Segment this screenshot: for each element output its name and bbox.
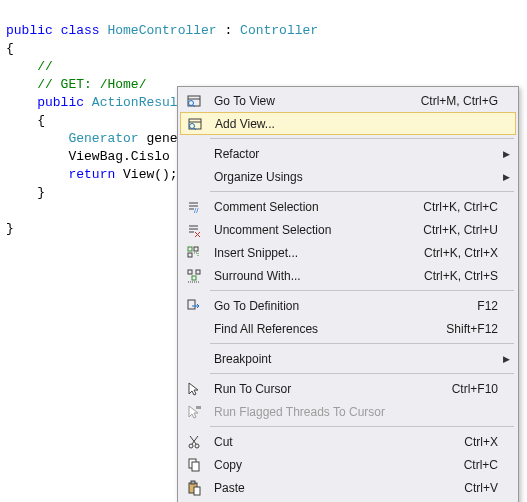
menu-item-add-view[interactable]: Add View... bbox=[180, 112, 516, 135]
menu-item-surround-with[interactable]: Surround With...Ctrl+K, Ctrl+S bbox=[180, 264, 516, 287]
blank-icon bbox=[180, 317, 208, 340]
keyword: return bbox=[68, 167, 115, 182]
menu-item-shortcut: Ctrl+F10 bbox=[452, 382, 516, 396]
brace: { bbox=[37, 113, 45, 128]
type: ActionResult bbox=[92, 95, 186, 110]
menu-item-insert-snippet[interactable]: Insert Snippet...Ctrl+K, Ctrl+X bbox=[180, 241, 516, 264]
comment: // bbox=[37, 59, 53, 74]
menu-item-shortcut: Ctrl+V bbox=[464, 481, 516, 495]
svg-rect-21 bbox=[196, 270, 200, 274]
menu-item-shortcut: Ctrl+K, Ctrl+U bbox=[423, 223, 516, 237]
brace: } bbox=[37, 185, 45, 200]
svg-rect-34 bbox=[194, 487, 200, 495]
svg-rect-33 bbox=[191, 481, 195, 484]
menu-item-label: Organize Usings bbox=[208, 170, 500, 184]
menu-item-label: Go To Definition bbox=[208, 299, 477, 313]
view-icon bbox=[180, 89, 208, 112]
menu-separator bbox=[210, 138, 514, 139]
menu-item-uncomment-selection[interactable]: Uncomment SelectionCtrl+K, Ctrl+U bbox=[180, 218, 516, 241]
addview-icon bbox=[181, 113, 209, 134]
svg-point-26 bbox=[189, 444, 193, 448]
menu-separator bbox=[210, 191, 514, 192]
text: ViewBag.Cislo = bbox=[68, 149, 193, 164]
menu-item-label: Surround With... bbox=[208, 269, 424, 283]
menu-separator bbox=[210, 343, 514, 344]
menu-item-shortcut: Ctrl+K, Ctrl+X bbox=[424, 246, 516, 260]
text: : bbox=[217, 23, 240, 38]
svg-rect-24 bbox=[188, 300, 195, 309]
menu-item-go-to-definition[interactable]: Go To DefinitionF12 bbox=[180, 294, 516, 317]
svg-point-2 bbox=[189, 100, 194, 105]
svg-rect-25 bbox=[196, 406, 201, 409]
submenu-arrow-icon: ▶ bbox=[500, 172, 516, 182]
blank-icon bbox=[180, 347, 208, 370]
menu-item-comment-selection[interactable]: //Comment SelectionCtrl+K, Ctrl+C bbox=[180, 195, 516, 218]
svg-rect-19 bbox=[188, 253, 192, 257]
svg-rect-17 bbox=[188, 247, 192, 251]
menu-item-go-to-view[interactable]: Go To ViewCtrl+M, Ctrl+G bbox=[180, 89, 516, 112]
menu-item-label: Paste bbox=[208, 481, 464, 495]
submenu-arrow-icon: ▶ bbox=[500, 354, 516, 364]
menu-item-label: Comment Selection bbox=[208, 200, 423, 214]
menu-item-label: Refactor bbox=[208, 147, 500, 161]
cursor-icon bbox=[180, 377, 208, 400]
menu-item-paste[interactable]: PasteCtrl+V bbox=[180, 476, 516, 499]
svg-rect-18 bbox=[194, 247, 198, 251]
type: HomeController bbox=[107, 23, 216, 38]
menu-item-label: Cut bbox=[208, 435, 464, 449]
menu-item-label: Copy bbox=[208, 458, 464, 472]
menu-item-refactor[interactable]: Refactor▶ bbox=[180, 142, 516, 165]
submenu-arrow-icon: ▶ bbox=[500, 149, 516, 159]
menu-item-label: Run To Cursor bbox=[208, 382, 452, 396]
menu-item-label: Find All References bbox=[208, 322, 446, 336]
menu-separator bbox=[210, 290, 514, 291]
menu-item-label: Run Flagged Threads To Cursor bbox=[208, 405, 498, 419]
menu-item-run-to-cursor[interactable]: Run To CursorCtrl+F10 bbox=[180, 377, 516, 400]
text: View(); bbox=[115, 167, 177, 182]
comment: // GET: /Home/ bbox=[37, 77, 146, 92]
menu-item-label: Add View... bbox=[209, 117, 497, 131]
menu-item-shortcut: Ctrl+M, Ctrl+G bbox=[421, 94, 516, 108]
keyword: class bbox=[61, 23, 100, 38]
menu-item-label: Breakpoint bbox=[208, 352, 500, 366]
menu-item-organize-usings[interactable]: Organize Usings▶ bbox=[180, 165, 516, 188]
menu-item-run-flagged-threads-to-cursor: Run Flagged Threads To Cursor bbox=[180, 400, 516, 423]
svg-point-6 bbox=[190, 123, 195, 128]
svg-line-7 bbox=[194, 128, 196, 130]
svg-line-3 bbox=[193, 105, 195, 107]
menu-item-shortcut: Ctrl+C bbox=[464, 458, 516, 472]
menu-item-shortcut: F12 bbox=[477, 299, 516, 313]
menu-item-copy[interactable]: CopyCtrl+C bbox=[180, 453, 516, 476]
menu-item-find-all-references[interactable]: Find All ReferencesShift+F12 bbox=[180, 317, 516, 340]
uncomment-icon bbox=[180, 218, 208, 241]
menu-separator bbox=[210, 426, 514, 427]
menu-item-breakpoint[interactable]: Breakpoint▶ bbox=[180, 347, 516, 370]
goto-icon bbox=[180, 294, 208, 317]
paste-icon bbox=[180, 476, 208, 499]
menu-item-cut[interactable]: CutCtrl+X bbox=[180, 430, 516, 453]
svg-rect-31 bbox=[192, 462, 199, 471]
menu-item-label: Insert Snippet... bbox=[208, 246, 424, 260]
svg-point-27 bbox=[195, 444, 199, 448]
menu-item-shortcut: Ctrl+K, Ctrl+S bbox=[424, 269, 516, 283]
menu-item-label: Uncomment Selection bbox=[208, 223, 423, 237]
svg-text://: // bbox=[194, 206, 199, 215]
blank-icon bbox=[180, 165, 208, 188]
blank-icon bbox=[180, 142, 208, 165]
menu-separator bbox=[210, 373, 514, 374]
snippet-icon bbox=[180, 241, 208, 264]
keyword: public bbox=[6, 23, 53, 38]
menu-item-shortcut: Ctrl+X bbox=[464, 435, 516, 449]
brace: { bbox=[6, 41, 14, 56]
cut-icon bbox=[180, 430, 208, 453]
type: Controller bbox=[240, 23, 318, 38]
menu-item-label: Go To View bbox=[208, 94, 421, 108]
flagcursor-icon bbox=[180, 400, 208, 423]
brace: } bbox=[6, 221, 14, 236]
comment-icon: // bbox=[180, 195, 208, 218]
svg-rect-22 bbox=[192, 276, 196, 280]
surround-icon bbox=[180, 264, 208, 287]
keyword: public bbox=[37, 95, 84, 110]
menu-item-shortcut: Shift+F12 bbox=[446, 322, 516, 336]
type: Generator bbox=[68, 131, 138, 146]
